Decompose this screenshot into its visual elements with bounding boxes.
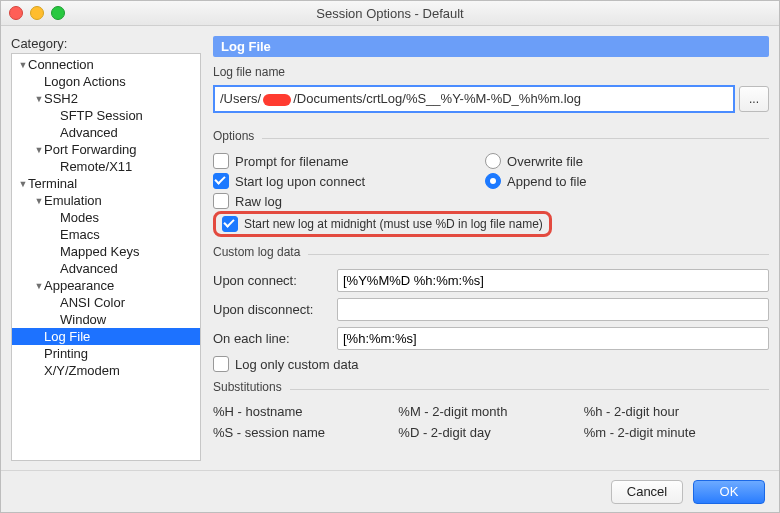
tree-item-appearance[interactable]: ▼Appearance: [12, 277, 200, 294]
tree-item-modes[interactable]: Modes: [12, 209, 200, 226]
tree-item-terminal[interactable]: ▼Terminal: [12, 175, 200, 192]
tree-item-label: Emacs: [60, 227, 100, 242]
tree-item-label: Appearance: [44, 278, 114, 293]
tree-item-label: Connection: [28, 57, 94, 72]
tree-item-printing[interactable]: Printing: [12, 345, 200, 362]
sub-S: %S - session name: [213, 425, 398, 440]
tree-item-emacs[interactable]: Emacs: [12, 226, 200, 243]
raw-log-check[interactable]: Raw log: [213, 193, 365, 209]
tree-item-label: Logon Actions: [44, 74, 126, 89]
tree-item-logon-actions[interactable]: Logon Actions: [12, 73, 200, 90]
overwrite-file-radio[interactable]: Overwrite file: [485, 153, 587, 169]
category-tree[interactable]: ▼ConnectionLogon Actions▼SSH2SFTP Sessio…: [11, 53, 201, 461]
tree-item-ansi-color[interactable]: ANSI Color: [12, 294, 200, 311]
on-each-line-label: On each line:: [213, 331, 329, 346]
window-title: Session Options - Default: [1, 6, 779, 21]
tree-item-label: Printing: [44, 346, 88, 361]
tree-item-connection[interactable]: ▼Connection: [12, 56, 200, 73]
start-new-log-midnight-check[interactable]: [222, 216, 238, 232]
tree-item-label: ANSI Color: [60, 295, 125, 310]
tree-item-label: Modes: [60, 210, 99, 225]
titlebar: Session Options - Default: [1, 1, 779, 26]
disclosure-triangle-icon[interactable]: ▼: [18, 60, 28, 70]
tree-item-window[interactable]: Window: [12, 311, 200, 328]
tree-item-label: Window: [60, 312, 106, 327]
logfilename-input[interactable]: /Users//Documents/crtLog/%S__%Y-%M-%D_%h…: [213, 85, 735, 113]
tree-item-advanced[interactable]: Advanced: [12, 124, 200, 141]
prompt-filename-check[interactable]: Prompt for filename: [213, 153, 365, 169]
sub-m: %m - 2-digit minute: [584, 425, 769, 440]
substitutions-label: Substitutions: [213, 380, 282, 394]
redacted-username: [263, 94, 291, 106]
window: Session Options - Default Category: ▼Con…: [0, 0, 780, 513]
logfilename-label: Log file name: [213, 65, 769, 79]
tree-item-port-forwarding[interactable]: ▼Port Forwarding: [12, 141, 200, 158]
tree-item-label: Terminal: [28, 176, 77, 191]
tree-item-x-y-zmodem[interactable]: X/Y/Zmodem: [12, 362, 200, 379]
disclosure-triangle-icon[interactable]: ▼: [34, 196, 44, 206]
section-header: Log File: [213, 36, 769, 57]
upon-disconnect-label: Upon disconnect:: [213, 302, 329, 317]
tree-item-label: Emulation: [44, 193, 102, 208]
tree-item-emulation[interactable]: ▼Emulation: [12, 192, 200, 209]
start-upon-connect-check[interactable]: Start log upon connect: [213, 173, 365, 189]
tree-item-mapped-keys[interactable]: Mapped Keys: [12, 243, 200, 260]
disclosure-triangle-icon[interactable]: ▼: [34, 145, 44, 155]
options-label: Options: [213, 129, 254, 143]
on-each-line-input[interactable]: [337, 327, 769, 350]
tree-item-label: Port Forwarding: [44, 142, 136, 157]
upon-connect-label: Upon connect:: [213, 273, 329, 288]
category-label: Category:: [11, 36, 201, 51]
cancel-button[interactable]: Cancel: [611, 480, 683, 504]
tree-item-label: Log File: [44, 329, 90, 344]
tree-item-label: Advanced: [60, 261, 118, 276]
disclosure-triangle-icon[interactable]: ▼: [18, 179, 28, 189]
tree-item-label: SSH2: [44, 91, 78, 106]
tree-item-label: Remote/X11: [60, 159, 132, 174]
tree-item-label: SFTP Session: [60, 108, 143, 123]
footer: Cancel OK: [1, 470, 779, 512]
disclosure-triangle-icon[interactable]: ▼: [34, 94, 44, 104]
upon-disconnect-input[interactable]: [337, 298, 769, 321]
log-only-custom-check[interactable]: Log only custom data: [213, 356, 769, 372]
tree-item-label: Mapped Keys: [60, 244, 140, 259]
tree-item-remote-x11[interactable]: Remote/X11: [12, 158, 200, 175]
sub-M: %M - 2-digit month: [398, 404, 583, 419]
tree-item-log-file[interactable]: Log File: [12, 328, 200, 345]
sub-h: %h - 2-digit hour: [584, 404, 769, 419]
tree-item-ssh2[interactable]: ▼SSH2: [12, 90, 200, 107]
midnight-highlight: Start new log at midnight (must use %D i…: [213, 211, 552, 237]
sub-H: %H - hostname: [213, 404, 398, 419]
browse-button[interactable]: ...: [739, 86, 769, 112]
tree-item-sftp-session[interactable]: SFTP Session: [12, 107, 200, 124]
tree-item-advanced[interactable]: Advanced: [12, 260, 200, 277]
content-pane: Log File Log file name /Users//Documents…: [213, 36, 769, 461]
sub-D: %D - 2-digit day: [398, 425, 583, 440]
ok-button[interactable]: OK: [693, 480, 765, 504]
disclosure-triangle-icon[interactable]: ▼: [34, 281, 44, 291]
upon-connect-input[interactable]: [337, 269, 769, 292]
tree-item-label: X/Y/Zmodem: [44, 363, 120, 378]
tree-item-label: Advanced: [60, 125, 118, 140]
category-sidebar: Category: ▼ConnectionLogon Actions▼SSH2S…: [11, 36, 201, 461]
append-to-file-radio[interactable]: Append to file: [485, 173, 587, 189]
custom-log-label: Custom log data: [213, 245, 300, 259]
